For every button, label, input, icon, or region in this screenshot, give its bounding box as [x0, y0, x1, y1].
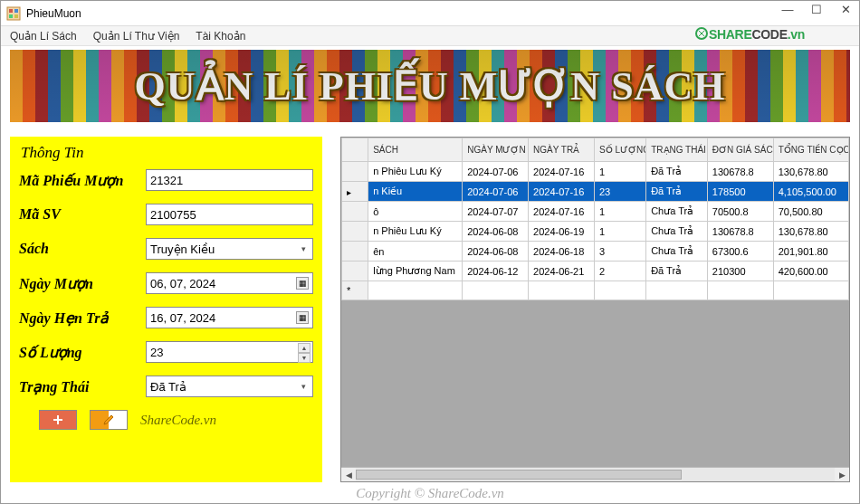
table-cell[interactable]: 130678.8: [707, 222, 773, 242]
table-cell[interactable]: n Kiều: [368, 182, 463, 202]
table-cell[interactable]: [773, 281, 848, 300]
table-cell[interactable]: 2024-07-06: [463, 182, 529, 202]
table-cell[interactable]: 2024-07-06: [463, 162, 529, 182]
grid-header-sach[interactable]: SÁCH: [368, 138, 463, 162]
table-cell[interactable]: 201,901.80: [773, 242, 848, 262]
input-so-luong[interactable]: 23 ▲▼: [146, 341, 313, 363]
spinner-icon[interactable]: ▲▼: [298, 343, 311, 361]
table-cell[interactable]: Đã Trả: [646, 262, 708, 281]
calendar-icon: ▦: [296, 311, 309, 324]
minimize-button[interactable]: —: [778, 3, 798, 16]
table-cell[interactable]: 2024-06-19: [529, 222, 595, 242]
scroll-thumb[interactable]: [356, 470, 682, 480]
table-row[interactable]: n Phiêu Lưu Ký2024-07-062024-07-161Đã Tr…: [342, 162, 849, 182]
horizontal-scrollbar[interactable]: ◀ ▶: [341, 467, 849, 481]
table-cell[interactable]: 130,678.80: [773, 162, 848, 182]
table-cell[interactable]: 2024-07-07: [463, 202, 529, 222]
copyright-watermark: Copyright © ShareCode.vn: [1, 486, 859, 501]
table-row[interactable]: n Kiều2024-07-062024-07-1623Đã Trả178500…: [342, 182, 849, 202]
table-cell[interactable]: lừng Phương Nam: [368, 262, 463, 281]
table-cell[interactable]: 4,105,500.00: [773, 182, 848, 202]
table-cell[interactable]: [529, 281, 595, 300]
menu-quan-li-thu-vien[interactable]: Quản Lí Thư Viện: [93, 30, 180, 43]
row-header[interactable]: [342, 222, 368, 242]
table-cell[interactable]: ô: [368, 202, 463, 222]
row-header[interactable]: [342, 202, 368, 222]
close-button[interactable]: ✕: [836, 3, 855, 16]
label-ngay-muon: Ngày Mượn: [19, 275, 146, 292]
table-cell[interactable]: Đã Trả: [646, 182, 708, 202]
table-cell[interactable]: 2024-06-18: [529, 242, 595, 262]
table-cell[interactable]: n Phiêu Lưu Ký: [368, 222, 463, 242]
table-cell[interactable]: [707, 281, 773, 300]
select-trang-thai[interactable]: Đã Trả ▾: [146, 376, 313, 397]
table-cell[interactable]: [368, 281, 463, 300]
label-ma-phieu-muon: Mã Phiếu Mượn: [19, 172, 146, 189]
table-cell[interactable]: 3: [594, 242, 645, 262]
table-cell[interactable]: [463, 281, 529, 300]
table-cell[interactable]: Chưa Trả: [646, 222, 708, 242]
table-cell[interactable]: n Phiêu Lưu Ký: [368, 162, 463, 182]
table-row[interactable]: ên2024-06-082024-06-183Chưa Trả67300.620…: [342, 242, 849, 262]
edit-button[interactable]: [90, 410, 128, 430]
row-header[interactable]: [342, 162, 368, 182]
table-cell[interactable]: 2024-06-12: [463, 262, 529, 281]
table-cell[interactable]: 2: [594, 262, 645, 281]
table-cell[interactable]: Đã Trả: [646, 162, 708, 182]
grid-header-so-luong[interactable]: SỐ LƯỢNG: [594, 138, 645, 162]
table-cell[interactable]: 130,678.80: [773, 222, 848, 242]
table-cell[interactable]: 178500: [707, 182, 773, 202]
row-header[interactable]: [342, 182, 368, 202]
grid-header-trang-thai[interactable]: TRẠNG THÁI: [646, 138, 708, 162]
table-cell[interactable]: 420,600.00: [773, 262, 848, 281]
app-icon: [6, 6, 21, 21]
table-cell[interactable]: ên: [368, 242, 463, 262]
table-cell[interactable]: Chưa Trả: [646, 242, 708, 262]
table-cell[interactable]: 210300: [707, 262, 773, 281]
row-header[interactable]: [342, 262, 368, 281]
table-row[interactable]: ô2024-07-072024-07-161Chưa Trả70500.870,…: [342, 202, 849, 222]
grid-header-ngay-tra[interactable]: NGÀY TRẢ: [529, 138, 595, 162]
add-button[interactable]: [39, 410, 77, 430]
table-cell[interactable]: 23: [594, 182, 645, 202]
table-cell[interactable]: 130678.8: [707, 162, 773, 182]
sharecode-logo: SHARECODE.vn: [694, 26, 805, 42]
svg-rect-3: [9, 14, 13, 18]
table-cell[interactable]: [646, 281, 708, 300]
table-cell[interactable]: 67300.6: [707, 242, 773, 262]
scroll-right-icon[interactable]: ▶: [835, 471, 849, 480]
table-row[interactable]: n Phiêu Lưu Ký2024-06-082024-06-191Chưa …: [342, 222, 849, 242]
table-cell[interactable]: 2024-06-21: [529, 262, 595, 281]
row-header[interactable]: [342, 281, 368, 300]
grid-header-ngay-muon[interactable]: NGÀY MƯỢN: [463, 138, 529, 162]
menu-tai-khoan[interactable]: Tài Khoản: [196, 30, 245, 43]
table-cell[interactable]: [594, 281, 645, 300]
grid-header-don-gia[interactable]: ĐƠN GIÁ SÁCH: [707, 138, 773, 162]
input-ma-sv[interactable]: 2100755: [146, 204, 313, 225]
table-cell[interactable]: 2024-06-08: [463, 242, 529, 262]
scroll-left-icon[interactable]: ◀: [341, 471, 356, 480]
table-cell[interactable]: 2024-07-16: [529, 162, 595, 182]
table-cell[interactable]: 2024-06-08: [463, 222, 529, 242]
table-row[interactable]: lừng Phương Nam2024-06-122024-06-212Đã T…: [342, 262, 849, 281]
menu-quan-li-sach[interactable]: Quản Lí Sách: [10, 30, 77, 43]
grid-header-tong-tien[interactable]: TỔNG TIỀN CỌC: [773, 138, 848, 162]
input-ma-phieu-muon[interactable]: 21321: [146, 169, 313, 191]
table-cell[interactable]: 70500.8: [707, 202, 773, 222]
table-cell[interactable]: 70,500.80: [773, 202, 848, 222]
maximize-button[interactable]: ☐: [807, 3, 827, 16]
window-title: PhieuMuon: [26, 7, 81, 20]
datepicker-ngay-muon[interactable]: 06, 07, 2024 ▦: [146, 272, 313, 294]
data-grid[interactable]: SÁCH NGÀY MƯỢN NGÀY TRẢ SỐ LƯỢNG TRẠNG T…: [340, 137, 850, 482]
table-new-row[interactable]: [342, 281, 849, 300]
table-cell[interactable]: Chưa Trả: [646, 202, 708, 222]
table-cell[interactable]: 1: [594, 222, 645, 242]
row-header[interactable]: [342, 242, 368, 262]
select-sach[interactable]: Truyện Kiều ▾: [146, 238, 313, 260]
datepicker-ngay-tra[interactable]: 16, 07, 2024 ▦: [146, 307, 313, 328]
table-cell[interactable]: 2024-07-16: [529, 182, 595, 202]
table-cell[interactable]: 1: [594, 162, 645, 182]
table-cell[interactable]: 1: [594, 202, 645, 222]
table-cell[interactable]: 2024-07-16: [529, 202, 595, 222]
plus-icon: [52, 414, 64, 426]
